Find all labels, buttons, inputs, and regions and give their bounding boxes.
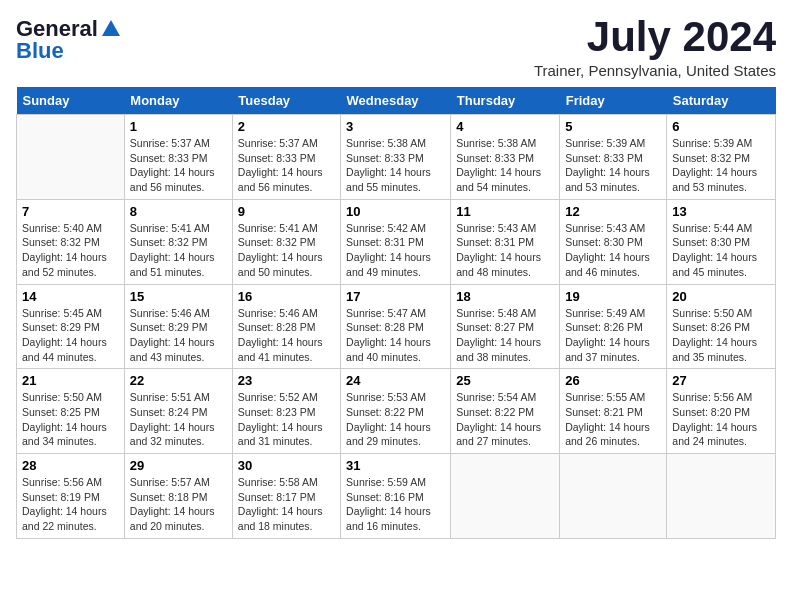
day-number: 27 [672, 373, 770, 388]
day-info: Sunrise: 5:50 AM Sunset: 8:25 PM Dayligh… [22, 390, 119, 449]
calendar-cell: 28Sunrise: 5:56 AM Sunset: 8:19 PM Dayli… [17, 454, 125, 539]
calendar-week-row: 21Sunrise: 5:50 AM Sunset: 8:25 PM Dayli… [17, 369, 776, 454]
calendar-cell [17, 115, 125, 200]
day-info: Sunrise: 5:45 AM Sunset: 8:29 PM Dayligh… [22, 306, 119, 365]
day-number: 1 [130, 119, 227, 134]
calendar-week-row: 14Sunrise: 5:45 AM Sunset: 8:29 PM Dayli… [17, 284, 776, 369]
day-info: Sunrise: 5:42 AM Sunset: 8:31 PM Dayligh… [346, 221, 445, 280]
day-number: 24 [346, 373, 445, 388]
calendar-cell: 26Sunrise: 5:55 AM Sunset: 8:21 PM Dayli… [560, 369, 667, 454]
day-info: Sunrise: 5:56 AM Sunset: 8:19 PM Dayligh… [22, 475, 119, 534]
day-info: Sunrise: 5:43 AM Sunset: 8:31 PM Dayligh… [456, 221, 554, 280]
calendar-cell: 12Sunrise: 5:43 AM Sunset: 8:30 PM Dayli… [560, 199, 667, 284]
day-number: 29 [130, 458, 227, 473]
day-number: 20 [672, 289, 770, 304]
day-info: Sunrise: 5:59 AM Sunset: 8:16 PM Dayligh… [346, 475, 445, 534]
calendar-cell [560, 454, 667, 539]
day-info: Sunrise: 5:43 AM Sunset: 8:30 PM Dayligh… [565, 221, 661, 280]
day-info: Sunrise: 5:38 AM Sunset: 8:33 PM Dayligh… [456, 136, 554, 195]
calendar-cell: 25Sunrise: 5:54 AM Sunset: 8:22 PM Dayli… [451, 369, 560, 454]
calendar-cell [667, 454, 776, 539]
logo: General Blue [16, 16, 122, 64]
calendar-cell [451, 454, 560, 539]
day-info: Sunrise: 5:58 AM Sunset: 8:17 PM Dayligh… [238, 475, 335, 534]
logo-icon [100, 18, 122, 40]
calendar-cell: 11Sunrise: 5:43 AM Sunset: 8:31 PM Dayli… [451, 199, 560, 284]
day-number: 9 [238, 204, 335, 219]
logo-blue: Blue [16, 38, 64, 64]
day-number: 5 [565, 119, 661, 134]
calendar-cell: 7Sunrise: 5:40 AM Sunset: 8:32 PM Daylig… [17, 199, 125, 284]
day-number: 14 [22, 289, 119, 304]
header-wednesday: Wednesday [341, 87, 451, 115]
page-header: General Blue July 2024 Trainer, Pennsylv… [16, 16, 776, 79]
calendar-cell: 21Sunrise: 5:50 AM Sunset: 8:25 PM Dayli… [17, 369, 125, 454]
header-thursday: Thursday [451, 87, 560, 115]
day-number: 8 [130, 204, 227, 219]
day-number: 13 [672, 204, 770, 219]
header-tuesday: Tuesday [232, 87, 340, 115]
day-info: Sunrise: 5:50 AM Sunset: 8:26 PM Dayligh… [672, 306, 770, 365]
day-number: 2 [238, 119, 335, 134]
day-number: 22 [130, 373, 227, 388]
calendar-cell: 4Sunrise: 5:38 AM Sunset: 8:33 PM Daylig… [451, 115, 560, 200]
calendar-cell: 8Sunrise: 5:41 AM Sunset: 8:32 PM Daylig… [124, 199, 232, 284]
calendar-cell: 18Sunrise: 5:48 AM Sunset: 8:27 PM Dayli… [451, 284, 560, 369]
day-number: 15 [130, 289, 227, 304]
calendar-week-row: 1Sunrise: 5:37 AM Sunset: 8:33 PM Daylig… [17, 115, 776, 200]
calendar-cell: 9Sunrise: 5:41 AM Sunset: 8:32 PM Daylig… [232, 199, 340, 284]
day-info: Sunrise: 5:46 AM Sunset: 8:29 PM Dayligh… [130, 306, 227, 365]
day-number: 28 [22, 458, 119, 473]
day-number: 23 [238, 373, 335, 388]
calendar-header-row: SundayMondayTuesdayWednesdayThursdayFrid… [17, 87, 776, 115]
svg-marker-0 [102, 20, 120, 36]
calendar-cell: 30Sunrise: 5:58 AM Sunset: 8:17 PM Dayli… [232, 454, 340, 539]
calendar-cell: 19Sunrise: 5:49 AM Sunset: 8:26 PM Dayli… [560, 284, 667, 369]
day-info: Sunrise: 5:52 AM Sunset: 8:23 PM Dayligh… [238, 390, 335, 449]
day-info: Sunrise: 5:37 AM Sunset: 8:33 PM Dayligh… [130, 136, 227, 195]
day-number: 21 [22, 373, 119, 388]
day-number: 3 [346, 119, 445, 134]
day-number: 25 [456, 373, 554, 388]
day-info: Sunrise: 5:51 AM Sunset: 8:24 PM Dayligh… [130, 390, 227, 449]
calendar-cell: 20Sunrise: 5:50 AM Sunset: 8:26 PM Dayli… [667, 284, 776, 369]
calendar-cell: 6Sunrise: 5:39 AM Sunset: 8:32 PM Daylig… [667, 115, 776, 200]
day-number: 11 [456, 204, 554, 219]
day-number: 19 [565, 289, 661, 304]
day-info: Sunrise: 5:55 AM Sunset: 8:21 PM Dayligh… [565, 390, 661, 449]
day-info: Sunrise: 5:47 AM Sunset: 8:28 PM Dayligh… [346, 306, 445, 365]
header-sunday: Sunday [17, 87, 125, 115]
day-number: 16 [238, 289, 335, 304]
calendar-cell: 3Sunrise: 5:38 AM Sunset: 8:33 PM Daylig… [341, 115, 451, 200]
month-year-title: July 2024 [534, 16, 776, 58]
day-number: 12 [565, 204, 661, 219]
calendar-table: SundayMondayTuesdayWednesdayThursdayFrid… [16, 87, 776, 539]
calendar-cell: 23Sunrise: 5:52 AM Sunset: 8:23 PM Dayli… [232, 369, 340, 454]
day-info: Sunrise: 5:57 AM Sunset: 8:18 PM Dayligh… [130, 475, 227, 534]
day-number: 4 [456, 119, 554, 134]
day-number: 7 [22, 204, 119, 219]
header-saturday: Saturday [667, 87, 776, 115]
day-info: Sunrise: 5:56 AM Sunset: 8:20 PM Dayligh… [672, 390, 770, 449]
day-number: 10 [346, 204, 445, 219]
day-number: 18 [456, 289, 554, 304]
calendar-week-row: 28Sunrise: 5:56 AM Sunset: 8:19 PM Dayli… [17, 454, 776, 539]
calendar-week-row: 7Sunrise: 5:40 AM Sunset: 8:32 PM Daylig… [17, 199, 776, 284]
day-info: Sunrise: 5:38 AM Sunset: 8:33 PM Dayligh… [346, 136, 445, 195]
day-number: 26 [565, 373, 661, 388]
calendar-cell: 16Sunrise: 5:46 AM Sunset: 8:28 PM Dayli… [232, 284, 340, 369]
day-info: Sunrise: 5:39 AM Sunset: 8:33 PM Dayligh… [565, 136, 661, 195]
day-info: Sunrise: 5:41 AM Sunset: 8:32 PM Dayligh… [130, 221, 227, 280]
calendar-cell: 29Sunrise: 5:57 AM Sunset: 8:18 PM Dayli… [124, 454, 232, 539]
day-number: 30 [238, 458, 335, 473]
day-info: Sunrise: 5:40 AM Sunset: 8:32 PM Dayligh… [22, 221, 119, 280]
day-info: Sunrise: 5:44 AM Sunset: 8:30 PM Dayligh… [672, 221, 770, 280]
calendar-cell: 5Sunrise: 5:39 AM Sunset: 8:33 PM Daylig… [560, 115, 667, 200]
day-info: Sunrise: 5:37 AM Sunset: 8:33 PM Dayligh… [238, 136, 335, 195]
calendar-cell: 10Sunrise: 5:42 AM Sunset: 8:31 PM Dayli… [341, 199, 451, 284]
day-info: Sunrise: 5:49 AM Sunset: 8:26 PM Dayligh… [565, 306, 661, 365]
day-info: Sunrise: 5:53 AM Sunset: 8:22 PM Dayligh… [346, 390, 445, 449]
day-number: 17 [346, 289, 445, 304]
calendar-cell: 13Sunrise: 5:44 AM Sunset: 8:30 PM Dayli… [667, 199, 776, 284]
header-friday: Friday [560, 87, 667, 115]
